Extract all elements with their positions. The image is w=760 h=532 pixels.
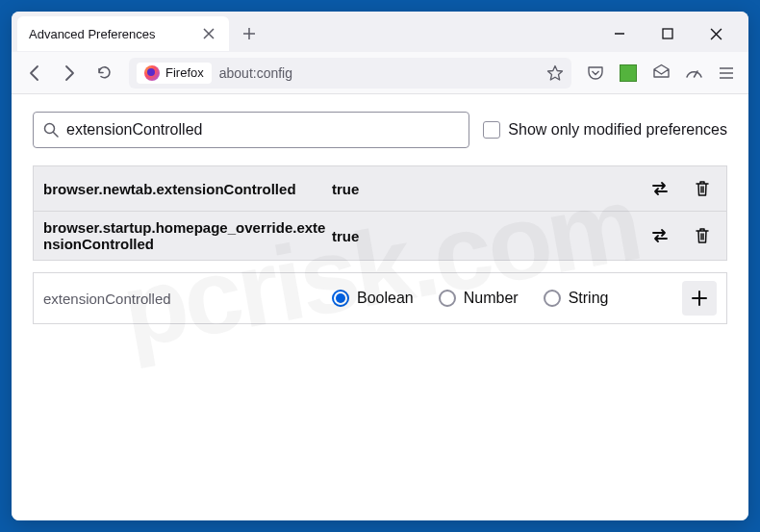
add-button[interactable] [682, 281, 717, 316]
back-button[interactable] [19, 58, 50, 89]
toggle-button[interactable] [646, 174, 674, 203]
tab-advanced-preferences[interactable]: Advanced Preferences [17, 16, 229, 51]
radio-string[interactable]: String [544, 290, 609, 307]
pref-actions [646, 221, 717, 250]
radio-icon [439, 290, 456, 307]
toggle-button[interactable] [646, 221, 674, 250]
speed-icon[interactable] [679, 59, 708, 88]
config-content: Show only modified preferences browser.n… [12, 94, 748, 520]
pref-name: browser.newtab.extensionControlled [43, 181, 332, 197]
reload-button[interactable] [89, 58, 119, 89]
minimize-button[interactable] [606, 20, 633, 47]
nav-toolbar: Firefox about:config [12, 52, 748, 94]
type-radios: Boolean Number String [332, 290, 682, 307]
pocket-icon[interactable] [581, 59, 610, 88]
new-tab-button[interactable] [235, 19, 264, 48]
radio-number[interactable]: Number [439, 290, 519, 307]
extension-icon[interactable] [614, 59, 643, 88]
window-controls [606, 20, 743, 47]
svg-rect-0 [663, 29, 672, 38]
delete-button[interactable] [688, 221, 717, 250]
firefox-logo-icon [144, 65, 160, 81]
show-modified-checkbox[interactable]: Show only modified preferences [483, 121, 727, 139]
radio-boolean[interactable]: Boolean [332, 290, 414, 307]
pref-actions [646, 174, 717, 203]
checkbox-icon [483, 121, 500, 139]
pref-row: browser.newtab.extensionControlled true [34, 166, 726, 212]
address-bar[interactable]: Firefox about:config [129, 58, 571, 89]
bookmark-star-icon[interactable] [546, 64, 564, 82]
close-window-button[interactable] [702, 20, 729, 47]
radio-label: String [569, 290, 609, 307]
pref-value: true [332, 181, 646, 197]
add-pref-name: extensionControlled [43, 291, 332, 307]
menu-button[interactable] [712, 59, 741, 88]
checkbox-label: Show only modified preferences [508, 121, 727, 139]
pref-name: browser.startup.homepage_override.extens… [43, 219, 332, 252]
url-text: about:config [219, 65, 539, 81]
add-pref-row: extensionControlled Boolean Number Strin… [34, 273, 726, 323]
search-icon [43, 122, 59, 138]
delete-button[interactable] [688, 174, 717, 203]
radio-label: Boolean [357, 290, 414, 307]
tab-bar: Advanced Preferences [12, 12, 748, 52]
add-pref-table: extensionControlled Boolean Number Strin… [33, 272, 727, 324]
mail-icon[interactable] [646, 59, 675, 88]
identity-box[interactable]: Firefox [137, 63, 212, 84]
forward-button[interactable] [54, 58, 85, 89]
close-icon[interactable] [200, 25, 217, 42]
prefs-table: browser.newtab.extensionControlled true … [33, 165, 727, 261]
browser-window: Advanced Preferences [12, 12, 748, 520]
search-input[interactable] [66, 121, 459, 139]
radio-icon [332, 290, 349, 307]
pref-row: browser.startup.homepage_override.extens… [34, 212, 726, 260]
search-row: Show only modified preferences [33, 112, 727, 148]
pref-value: true [332, 228, 646, 244]
identity-label: Firefox [165, 65, 204, 80]
radio-icon [544, 290, 561, 307]
search-box[interactable] [33, 112, 469, 148]
maximize-button[interactable] [654, 20, 681, 47]
radio-label: Number [464, 290, 519, 307]
tab-title: Advanced Preferences [29, 27, 156, 41]
